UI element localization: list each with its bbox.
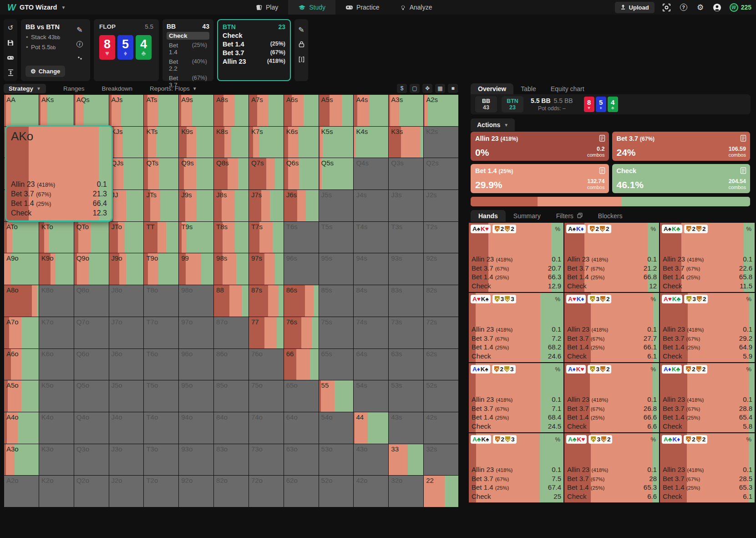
grid-cell-K2o[interactable]: K2o <box>39 476 74 507</box>
grid-cell-Q2o[interactable]: Q2o <box>74 476 109 507</box>
grid-cell-J4s[interactable]: J4s <box>354 190 388 221</box>
grid-cell-KJs[interactable]: KJs <box>109 127 144 158</box>
tab-hands[interactable]: Hands <box>471 210 506 222</box>
screenshot-icon[interactable] <box>662 3 671 12</box>
grid-cell-55[interactable]: 55 <box>319 380 354 412</box>
grid-cell-K5s[interactable]: K5s <box>319 127 354 158</box>
grid-cell-Q4s[interactable]: Q4s <box>354 158 388 190</box>
tab-overview[interactable]: Overview <box>471 83 513 94</box>
combo-card-AsKc[interactable]: A♠K♣22%Allin 23 (418%)0.1Bet 3.7 (67%)22… <box>660 223 755 292</box>
grid-cell-T2o[interactable]: T2o <box>144 476 178 507</box>
bb-action-bet-2-2[interactable]: Bet 2.2(40%) <box>167 58 209 72</box>
grid-cell-T3o[interactable]: T3o <box>144 444 178 476</box>
action-card-allin-23[interactable]: Allin 23 (418%)0%0.2combos <box>471 132 609 161</box>
btn-action-panel[interactable]: BTN 23 CheckBet 1.4(25%)Bet 3.7(67%)Alli… <box>217 19 291 81</box>
grid-cell-76s[interactable]: 76s <box>284 317 319 348</box>
solid-square-icon[interactable]: ■ <box>448 84 458 93</box>
chevron-down-icon[interactable]: ▼ <box>61 5 66 10</box>
grid-cell-QJs[interactable]: QJs <box>109 158 144 190</box>
tab-summary[interactable]: Summary <box>506 210 548 222</box>
grid-cell-A3o[interactable]: A3o <box>4 444 39 476</box>
grid-cell-83o[interactable]: 83o <box>214 444 249 476</box>
flop-panel[interactable]: FLOP 5.5 8♥5♦4♣ <box>94 19 159 81</box>
grid-cell-97s[interactable]: 97s <box>249 253 284 285</box>
grid-cell-97o[interactable]: 97o <box>179 317 213 348</box>
grid-cell-Q7o[interactable]: Q7o <box>74 317 109 348</box>
grid-cell-T9s[interactable]: T9s <box>179 222 213 253</box>
tab-breakdown[interactable]: Breakdown <box>101 85 132 92</box>
grid-cell-32o[interactable]: 32o <box>389 476 423 507</box>
strategy-dropdown[interactable]: Strategy ▼ <box>4 84 46 93</box>
grid-cell-J5s[interactable]: J5s <box>319 190 354 221</box>
edit-pencil-icon[interactable]: ✎ <box>298 26 304 34</box>
save-icon[interactable] <box>7 39 15 46</box>
report-doc-icon[interactable] <box>740 167 746 176</box>
grid-cell-95o[interactable]: 95o <box>179 380 213 412</box>
combo-card-AhKd[interactable]: A♥K♦32%Allin 23 (418%)0.1Bet 3.7 (67%)27… <box>564 293 659 362</box>
grid-cell-T8o[interactable]: T8o <box>144 285 178 317</box>
grid-cell-42o[interactable]: 42o <box>354 476 388 507</box>
grid-cell-JTo[interactable]: JTo <box>109 222 144 253</box>
grid-cell-JJ[interactable]: JJ <box>109 190 144 221</box>
grid-cell-T6o[interactable]: T6o <box>144 349 178 380</box>
grid-cell-94s[interactable]: 94s <box>354 253 388 285</box>
action-card-check[interactable]: Check 46.1%204.54combos <box>612 164 751 193</box>
grid-cell-QTo[interactable]: QTo <box>74 222 109 253</box>
split-view-icon[interactable] <box>299 56 304 64</box>
grid-cell-J6o[interactable]: J6o <box>109 349 144 380</box>
grid-cell-92o[interactable]: 92o <box>179 476 213 507</box>
grid-cell-86s[interactable]: 86s <box>284 285 319 317</box>
grid-cell-87s[interactable]: 87s <box>249 285 284 317</box>
grid-cell-A9o[interactable]: A9o <box>4 253 39 285</box>
grid-cell-72s[interactable]: 72s <box>424 317 458 348</box>
grid-cell-T5s[interactable]: T5s <box>319 222 354 253</box>
grid-cell-74o[interactable]: 74o <box>249 412 284 444</box>
combo-card-AcKs[interactable]: A♣K♠23%Allin 23 (418%)0.1Bet 3.7 (67%)7.… <box>469 433 563 502</box>
report-doc-icon[interactable] <box>599 135 605 143</box>
action-card-bet-3-7[interactable]: Bet 3.7 (67%)24%106.59combos <box>612 132 751 161</box>
grid-cell-99[interactable]: 99 <box>179 253 213 285</box>
lock-icon[interactable] <box>299 41 304 49</box>
grid-cell-65o[interactable]: 65o <box>284 380 319 412</box>
grid-cell-76o[interactable]: 76o <box>249 349 284 380</box>
grid-cell-77[interactable]: 77 <box>249 317 284 348</box>
grid-cell-93o[interactable]: 93o <box>179 444 213 476</box>
combo-card-AdKs[interactable]: A♦K♠23%Allin 23 (418%)0.1Bet 3.7 (67%)7.… <box>469 363 563 432</box>
grid-cell-J9o[interactable]: J9o <box>109 253 144 285</box>
grid-cell-A4s[interactable]: A4s <box>354 95 388 126</box>
grid-cell-A5o[interactable]: A5o <box>4 380 39 412</box>
action-card-bet-1-4[interactable]: Bet 1.4 (25%)29.9%132.74combos <box>471 164 609 193</box>
grid-cell-74s[interactable]: 74s <box>354 317 388 348</box>
outline-square-icon[interactable]: ▢ <box>410 84 420 93</box>
grid-cell-K3o[interactable]: K3o <box>39 444 74 476</box>
grid-cell-K6o[interactable]: K6o <box>39 349 74 380</box>
grid-cell-62s[interactable]: 62s <box>424 349 458 380</box>
grid-cell-A4o[interactable]: A4o <box>4 412 39 444</box>
grid-cell-53o[interactable]: 53o <box>319 444 354 476</box>
grid-cell-J5o[interactable]: J5o <box>109 380 144 412</box>
combo-card-AdKc[interactable]: A♦K♣22%Allin 23 (418%)0.1Bet 3.7 (67%)28… <box>660 363 755 432</box>
wizard-coin-icon[interactable]: W <box>730 3 738 12</box>
grid-cell-Q3o[interactable]: Q3o <box>74 444 109 476</box>
nav-item-analyze[interactable]: Analyze <box>390 0 442 15</box>
grid-cell-94o[interactable]: 94o <box>179 412 213 444</box>
report-doc-icon[interactable] <box>599 167 605 176</box>
grid-cell-62o[interactable]: 62o <box>284 476 319 507</box>
grid-cell-53s[interactable]: 53s <box>389 380 423 412</box>
grid-cell-82s[interactable]: 82s <box>424 285 458 317</box>
grid-cell-A3s[interactable]: A3s <box>389 95 423 126</box>
grid-cell-32s[interactable]: 32s <box>424 444 458 476</box>
grid-cell-A5s[interactable]: A5s <box>319 95 354 126</box>
expand-move-icon[interactable]: ✥ <box>422 84 432 93</box>
tab-blockers[interactable]: Blockers <box>590 210 630 222</box>
grid-cell-52o[interactable]: 52o <box>319 476 354 507</box>
grid-cell-73o[interactable]: 73o <box>249 444 284 476</box>
tab-equity-chart[interactable]: Equity chart <box>543 83 592 94</box>
grid-cell-98s[interactable]: 98s <box>214 253 249 285</box>
grid-cell-22[interactable]: 22 <box>424 476 458 507</box>
grid-cell-A7o[interactable]: A7o <box>4 317 39 348</box>
grid-cell-J7o[interactable]: J7o <box>109 317 144 348</box>
grid-cell-Q8s[interactable]: Q8s <box>214 158 249 190</box>
grid-cell-Q5o[interactable]: Q5o <box>74 380 109 412</box>
grid-cell-K4s[interactable]: K4s <box>354 127 388 158</box>
